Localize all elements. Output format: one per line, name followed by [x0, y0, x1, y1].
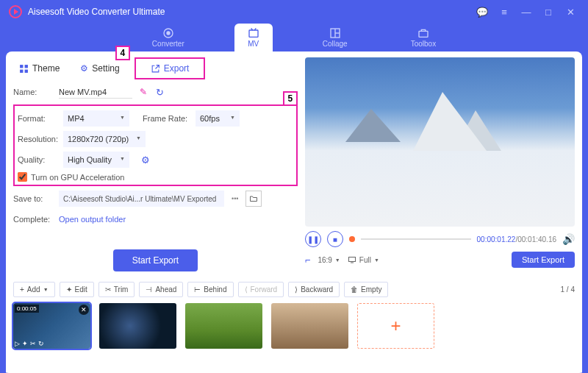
name-row: Name: ✎ ↻ — [13, 84, 298, 100]
format-select[interactable]: MP4 — [63, 110, 129, 127]
svg-point-1 — [167, 32, 170, 35]
maximize-icon[interactable]: □ — [539, 3, 557, 21]
format-label: Format: — [18, 114, 59, 123]
gpu-checkbox-row: Turn on GPU Acceleration — [18, 172, 293, 182]
browse-folder-button[interactable] — [245, 191, 262, 207]
ahead-button[interactable]: ⊣Ahead — [139, 282, 183, 297]
gear-icon: ⚙ — [80, 63, 88, 74]
edit-name-icon[interactable]: ✎ — [140, 87, 147, 97]
thumbnail-strip: 0:00:05 ✕ ▷ ✦ ✂ ↻ + — [13, 303, 575, 349]
reset-name-icon[interactable]: ↻ — [156, 87, 164, 98]
pause-button[interactable]: ❚❚ — [305, 231, 321, 247]
behind-icon: ⊢ — [194, 285, 201, 294]
svg-rect-2 — [249, 30, 258, 37]
svg-rect-8 — [25, 65, 28, 68]
gpu-checkbox[interactable] — [18, 172, 27, 182]
minimize-icon[interactable]: — — [517, 3, 535, 21]
refresh-clip-icon[interactable]: ↻ — [38, 340, 44, 347]
top-nav: Converter MV Collage Toolbox — [0, 24, 588, 51]
svg-rect-6 — [419, 31, 428, 37]
right-panel: ❚❚ ■ 00:00:01.22/00:01:40.16 🔊 ⌐ 16:9 ▼ … — [305, 57, 575, 271]
app-title: Aiseesoft Video Converter Ultimate — [28, 7, 165, 17]
start-export-button-2[interactable]: Start Export — [512, 252, 575, 268]
forward-button[interactable]: ⟨Forward — [238, 282, 284, 297]
svg-rect-7 — [20, 65, 23, 68]
svg-rect-11 — [348, 257, 355, 262]
titlebar: Aiseesoft Video Converter Ultimate 💬 ≡ —… — [0, 0, 588, 24]
export-settings-box: 5 Format: MP4 Frame Rate: 60fps Resoluti… — [13, 104, 298, 186]
forward-icon: ⟨ — [245, 285, 248, 294]
left-panel: Theme ⚙ Setting Export 4 Name: ✎ ↻ — [13, 57, 298, 271]
backward-button[interactable]: ⟩Backward — [288, 282, 340, 297]
framerate-select[interactable]: 60fps — [196, 110, 240, 127]
tab-export[interactable]: Export 4 — [135, 57, 206, 79]
trash-icon: 🗑 — [351, 285, 358, 294]
nav-toolbox[interactable]: Toolbox — [398, 24, 449, 51]
complete-label: Complete: — [13, 215, 54, 224]
open-output-folder-link[interactable]: Open output folder — [59, 215, 126, 224]
callout-4: 4 — [115, 46, 130, 60]
empty-button[interactable]: 🗑Empty — [344, 282, 388, 297]
fullscreen-select[interactable]: Full ▼ — [348, 255, 379, 264]
app-logo-icon — [9, 5, 22, 18]
quality-label: Quality: — [18, 155, 59, 164]
close-icon[interactable]: ✕ — [562, 3, 579, 21]
tab-setting[interactable]: ⚙ Setting — [74, 60, 125, 77]
feedback-icon[interactable]: 💬 — [473, 3, 491, 21]
add-clip-placeholder[interactable]: + — [357, 303, 434, 349]
quality-settings-icon[interactable]: ⚙ — [141, 154, 150, 166]
plus-icon: + — [20, 285, 24, 294]
clip-toolbar: +Add ▼ ✦Edit ✂Trim ⊣Ahead ⊢Behind ⟨Forwa… — [13, 282, 575, 297]
volume-icon[interactable]: 🔊 — [562, 233, 575, 245]
tabs: Theme ⚙ Setting Export 4 — [13, 57, 298, 79]
nav-mv[interactable]: MV — [234, 24, 273, 51]
nav-collage[interactable]: Collage — [309, 24, 361, 51]
remove-clip-icon[interactable]: ✕ — [79, 305, 89, 315]
path-more-icon[interactable]: ••• — [232, 195, 238, 202]
seek-handle[interactable] — [349, 236, 355, 242]
behind-button[interactable]: ⊢Behind — [187, 282, 233, 297]
scissors-icon: ✂ — [105, 285, 111, 294]
resolution-label: Resolution: — [18, 135, 59, 143]
backward-icon: ⟩ — [295, 285, 298, 294]
clip-thumb-4[interactable] — [271, 303, 348, 349]
clip-duration: 0:00:05 — [15, 305, 39, 313]
clip-thumb-2[interactable] — [99, 303, 176, 349]
clip-thumb-3[interactable] — [185, 303, 262, 349]
player-controls-2: ⌐ 16:9 ▼ Full ▼ Start Export — [305, 252, 575, 268]
play-icon[interactable]: ▷ — [15, 340, 20, 347]
edit-clip-icon[interactable]: ✦ — [22, 340, 28, 347]
main-panel: Theme ⚙ Setting Export 4 Name: ✎ ↻ — [6, 51, 582, 373]
saveto-label: Save to: — [13, 194, 54, 203]
nav-converter[interactable]: Converter — [139, 24, 198, 51]
ahead-icon: ⊣ — [146, 285, 152, 294]
svg-rect-10 — [25, 69, 28, 72]
timecode: 00:00:01.22/00:01:40.16 — [477, 235, 556, 244]
player-controls: ❚❚ ■ 00:00:01.22/00:01:40.16 🔊 — [305, 231, 575, 247]
page-indicator: 1 / 4 — [561, 285, 575, 294]
crop-button[interactable]: ⌐ — [305, 255, 311, 266]
add-button[interactable]: +Add ▼ — [13, 282, 55, 297]
edit-button[interactable]: ✦Edit — [60, 282, 94, 297]
saveto-input[interactable] — [59, 191, 224, 207]
seek-track[interactable] — [361, 238, 471, 240]
trim-clip-icon[interactable]: ✂ — [30, 340, 36, 347]
complete-row: Complete: Open output folder — [13, 211, 298, 227]
clip-thumb-1[interactable]: 0:00:05 ✕ ▷ ✦ ✂ ↻ — [13, 303, 90, 349]
aspect-select[interactable]: 16:9 ▼ — [318, 256, 340, 264]
svg-rect-9 — [20, 69, 23, 72]
saveto-row: Save to: ••• — [13, 191, 298, 207]
tab-theme[interactable]: Theme — [13, 60, 65, 77]
gpu-label: Turn on GPU Acceleration — [31, 173, 124, 182]
name-input[interactable] — [59, 86, 132, 99]
wand-icon: ✦ — [66, 285, 72, 294]
stop-button[interactable]: ■ — [327, 231, 343, 247]
name-label: Name: — [13, 88, 54, 96]
resolution-select[interactable]: 1280x720 (720p) — [63, 131, 146, 147]
preview-video[interactable] — [305, 57, 575, 227]
menu-icon[interactable]: ≡ — [495, 3, 513, 21]
trim-button[interactable]: ✂Trim — [98, 282, 135, 297]
quality-select[interactable]: High Quality — [63, 152, 129, 168]
start-export-button[interactable]: Start Export — [113, 249, 198, 271]
callout-5: 5 — [283, 91, 298, 106]
